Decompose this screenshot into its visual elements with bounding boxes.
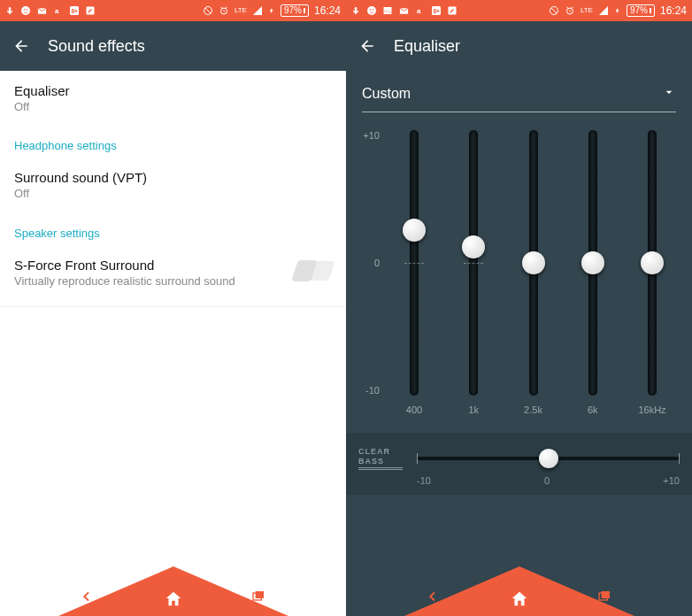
dnd-icon (203, 5, 213, 16)
screen-sound-effects: a 8+ LTE 97% 16:24 Sound effects Equalis… (0, 0, 346, 616)
row-label: Equaliser (14, 83, 332, 98)
eq-band-1k[interactable]: 1k (446, 130, 501, 415)
signal-icon (252, 5, 263, 16)
image-icon (382, 5, 393, 16)
charging-icon (268, 5, 275, 16)
app-bar: Sound effects (0, 21, 346, 71)
eq-slider[interactable] (387, 130, 442, 396)
dnd-icon (549, 5, 559, 16)
slider-thumb[interactable] (522, 251, 545, 274)
battery-indicator: 97% (281, 4, 309, 17)
edit-icon (447, 5, 457, 16)
usb-icon (5, 6, 15, 16)
signal-icon (598, 5, 609, 16)
app-bar: Equaliser (346, 21, 692, 71)
scale-max: +10 (358, 130, 380, 141)
band-freq-label: 16kHz (638, 404, 665, 415)
screen-equaliser: a 8+ LTE 97% 16:24 Equaliser Custom +10 … (346, 0, 692, 616)
clear-bass-panel: CLEAR BASS -10 0 +10 (346, 433, 692, 495)
section-headphone: Headphone settings (0, 127, 346, 158)
mail-icon (398, 6, 410, 16)
svg-point-13 (373, 9, 374, 11)
amazon-icon: a (53, 5, 64, 16)
section-speaker: Speaker settings (0, 214, 346, 245)
svg-point-0 (21, 6, 30, 15)
svg-text:a: a (417, 7, 421, 15)
back-button[interactable] (12, 37, 30, 55)
svg-text:8+: 8+ (434, 8, 441, 14)
slider-thumb[interactable] (403, 219, 426, 242)
band-freq-label: 2.5k (524, 404, 542, 415)
status-bar: a 8+ LTE 97% 16:24 (346, 0, 692, 21)
clock: 16:24 (660, 4, 687, 17)
slider-thumb[interactable] (581, 251, 604, 274)
eq-slider[interactable] (506, 130, 561, 396)
face-icon (20, 5, 31, 16)
charging-icon (614, 5, 621, 16)
eq-bands-area: +10 0 -10 4001k2.5k6k16kHz (346, 112, 692, 424)
svg-point-1 (24, 9, 26, 11)
row-desc: Virtually reproduce realistic surround s… (14, 274, 284, 289)
svg-text:a: a (55, 7, 59, 15)
scale-mid: 0 (358, 258, 380, 268)
chevron-down-icon (662, 85, 676, 103)
page-title: Equaliser (394, 37, 460, 56)
row-label: Surround sound (VPT) (14, 170, 332, 185)
eq-band-400[interactable]: 400 (387, 130, 442, 415)
alarm-icon (565, 5, 575, 16)
eq-scale: +10 0 -10 (358, 130, 383, 396)
slider-thumb[interactable] (462, 235, 485, 258)
preset-dropdown[interactable]: Custom (346, 71, 692, 108)
slider-thumb[interactable] (641, 251, 664, 274)
band-freq-label: 6k (588, 404, 598, 415)
gplus-icon: 8+ (431, 5, 442, 16)
eq-slider[interactable] (625, 130, 680, 396)
eq-slider[interactable] (446, 130, 501, 396)
band-freq-label: 400 (406, 404, 422, 415)
row-label: S-Force Front Surround (14, 258, 284, 273)
mail-icon (36, 6, 48, 16)
band-freq-label: 1k (468, 404, 479, 415)
row-equaliser[interactable]: Equaliser Off (0, 71, 346, 127)
eq-band-6k[interactable]: 6k (565, 130, 620, 415)
clear-bass-slider[interactable] (417, 448, 680, 469)
sound-effects-list: Equaliser Off Headphone settings Surroun… (0, 71, 346, 616)
usb-icon (351, 6, 361, 16)
row-value: Off (14, 100, 332, 114)
alarm-icon (219, 5, 229, 16)
amazon-icon: a (415, 5, 426, 16)
gplus-icon: 8+ (69, 5, 80, 16)
face-icon (366, 5, 377, 16)
row-surround-vpt[interactable]: Surround sound (VPT) Off (0, 158, 346, 213)
clear-bass-scale: -10 0 +10 (417, 475, 680, 486)
logo-bot: BASS (358, 457, 403, 470)
svg-rect-14 (384, 7, 392, 14)
clock: 16:24 (314, 4, 341, 17)
svg-point-12 (370, 9, 372, 11)
network-label: LTE (581, 7, 593, 14)
equaliser-panel: Custom +10 0 -10 4001k2.5k6k16kHz CLEAR … (346, 71, 692, 616)
eq-band-16kHz[interactable]: 16kHz (625, 130, 680, 415)
svg-text:8+: 8+ (72, 8, 79, 14)
divider (0, 306, 346, 307)
back-button[interactable] (358, 37, 376, 55)
network-label: LTE (235, 7, 247, 14)
svg-point-11 (367, 6, 376, 15)
svg-point-2 (27, 9, 28, 11)
row-sforce[interactable]: S-Force Front Surround Virtually reprodu… (0, 245, 346, 301)
preset-label: Custom (362, 86, 411, 102)
edit-icon (85, 5, 96, 16)
scale-max: +10 (663, 475, 680, 486)
scale-min: -10 (417, 475, 431, 486)
scale-mid: 0 (544, 475, 550, 486)
sforce-toggle[interactable] (295, 261, 332, 281)
logo-top: CLEAR (358, 447, 403, 457)
page-title: Sound effects (48, 37, 145, 56)
battery-indicator: 97% (627, 4, 655, 17)
row-value: Off (14, 187, 332, 201)
slider-thumb[interactable] (539, 449, 558, 468)
eq-slider[interactable] (565, 130, 620, 396)
status-bar: a 8+ LTE 97% 16:24 (0, 0, 346, 21)
scale-min: -10 (358, 385, 380, 396)
eq-band-2.5k[interactable]: 2.5k (506, 130, 561, 415)
